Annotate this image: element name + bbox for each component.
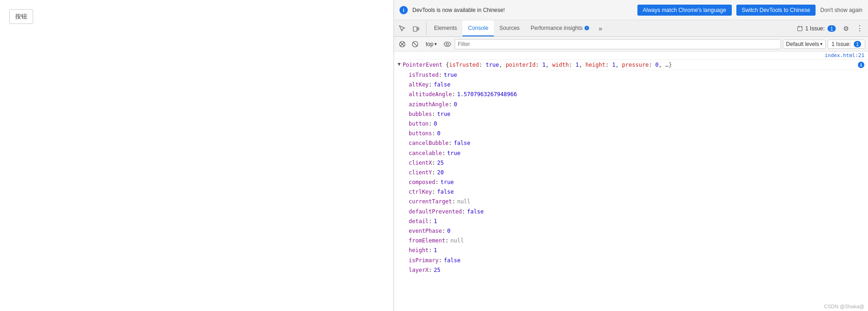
prop-colon: :	[428, 81, 432, 89]
more-options-button[interactable]: ⋮	[853, 22, 866, 35]
watermark: CSDN @Shaka@	[824, 304, 864, 309]
prop-key: height	[409, 246, 428, 255]
top-label: top	[426, 41, 434, 47]
prop-key: currentTarget	[409, 197, 452, 206]
tab-elements[interactable]: Elements	[428, 20, 463, 36]
tab-performance-insights[interactable]: Performance insights !	[525, 20, 595, 36]
list-item: button: 0	[409, 119, 868, 129]
prop-value: false	[437, 188, 454, 196]
console-issues-badge: 1	[854, 41, 861, 47]
switch-chinese-button[interactable]: Switch DevTools to Chinese	[736, 5, 816, 16]
tabs-bar: Elements Console Sources Performance ins…	[394, 20, 868, 37]
prop-key: clientX	[409, 159, 432, 167]
svg-point-7	[444, 42, 451, 46]
prop-colon: :	[439, 256, 442, 265]
info-icon: i	[399, 6, 408, 14]
prop-key: defaultPrevented	[409, 207, 462, 216]
filter-input[interactable]	[455, 39, 781, 49]
prop-colon: :	[442, 227, 445, 236]
list-item: cancelable: true	[409, 149, 868, 158]
inspect-icon-button[interactable]	[396, 22, 409, 35]
eye-icon-button[interactable]	[442, 39, 453, 50]
prop-colon: :	[428, 266, 432, 275]
prop-key: buttons	[409, 129, 432, 138]
pointer-event-summary[interactable]: PointerEvent {isTrusted: true, pointerId…	[403, 61, 856, 69]
default-levels-label: Default levels	[786, 41, 819, 47]
prop-value: true	[437, 110, 451, 119]
prop-colon: :	[432, 188, 435, 196]
class-name: PointerEvent	[403, 62, 443, 68]
pointer-event-row: ▼ PointerEvent {isTrusted: true, pointer…	[394, 60, 868, 70]
prop-value: true	[447, 149, 460, 158]
default-levels-button[interactable]: Default levels ▾	[783, 40, 826, 49]
list-item: azimuthAngle: 0	[409, 100, 868, 109]
prop-colon: :	[452, 90, 455, 99]
properties-list: isTrusted: truealtKey: falsealtitudeAngl…	[394, 70, 868, 275]
tab-sources[interactable]: Sources	[494, 20, 525, 36]
prop-key: eventPhase	[409, 227, 442, 236]
source-link[interactable]: index.html:21	[394, 52, 868, 60]
top-context-selector[interactable]: top ▾	[422, 40, 440, 49]
console-content[interactable]: index.html:21 ▼ PointerEvent {isTrusted:…	[394, 52, 868, 311]
prop-colon: :	[428, 246, 432, 255]
prop-value: false	[434, 81, 451, 89]
prop-key: azimuthAngle	[409, 100, 449, 109]
prop-key: bubbles	[409, 110, 432, 119]
always-match-button[interactable]: Always match Chrome's language	[637, 5, 732, 16]
prop-key: clientY	[409, 168, 432, 177]
page-button[interactable]: 按钮	[9, 9, 33, 24]
tab-more-button[interactable]: »	[595, 20, 606, 36]
list-item: buttons: 0	[409, 129, 868, 138]
list-item: eventPhase: 0	[409, 226, 868, 236]
prop-value: 0	[447, 227, 450, 236]
prop-value: false	[454, 139, 470, 148]
list-item: fromElement: null	[409, 236, 868, 246]
chevron-down-icon-levels: ▾	[820, 41, 822, 46]
clear-console-button[interactable]	[397, 39, 408, 50]
prop-key: button	[409, 120, 428, 128]
issues-badge: 1	[827, 25, 836, 32]
list-item: composed: true	[409, 178, 868, 187]
tab-icon-group	[396, 22, 427, 35]
prop-colon: :	[432, 129, 435, 138]
prop-colon: :	[439, 71, 442, 80]
console-issues-label: 1 Issue:	[832, 41, 851, 47]
prop-colon: :	[428, 217, 432, 226]
prop-key: detail	[409, 217, 428, 226]
prop-colon: :	[449, 139, 452, 148]
pointer-event-info-icon[interactable]: i	[858, 62, 864, 68]
expand-arrow[interactable]: ▼	[398, 61, 401, 67]
prop-value: true	[444, 71, 457, 80]
tab-console[interactable]: Console	[463, 20, 494, 36]
svg-rect-1	[417, 28, 419, 30]
prop-colon: :	[442, 149, 445, 158]
console-issues-button[interactable]: 1 Issue: 1	[827, 40, 865, 49]
prop-value: 1	[434, 246, 437, 255]
ban-icon-button[interactable]	[410, 39, 421, 50]
device-icon-button[interactable]	[410, 22, 422, 35]
list-item: isPrimary: false	[409, 256, 868, 265]
list-item: isTrusted: true	[409, 70, 868, 80]
prop-value: 20	[437, 168, 444, 177]
tabs-list: Elements Console Sources Performance ins…	[428, 20, 794, 36]
prop-value: 1	[434, 217, 437, 226]
list-item: defaultPrevented: false	[409, 207, 868, 217]
dont-show-button[interactable]: Don't show again	[820, 7, 862, 13]
prop-value: 1.5707963267948966	[457, 90, 517, 99]
prop-key: composed	[409, 178, 435, 187]
devtools-panel: i DevTools is now available in Chinese! …	[393, 0, 868, 311]
prop-key: layerX	[409, 266, 428, 275]
svg-rect-0	[413, 27, 417, 31]
gear-icon-button[interactable]: ⚙	[839, 22, 852, 35]
chevron-down-icon: ▾	[434, 41, 437, 46]
prop-value: null	[457, 197, 470, 206]
list-item: altKey: false	[409, 80, 868, 90]
prop-key: ctrlKey	[409, 188, 432, 196]
issues-button[interactable]: 1 Issue: 1	[794, 22, 839, 35]
prop-value: false	[467, 207, 484, 216]
list-item: ctrlKey: false	[409, 187, 868, 197]
prop-key: altKey	[409, 81, 428, 89]
list-item: clientY: 20	[409, 168, 868, 178]
prop-key: cancelable	[409, 149, 442, 158]
tab-right-icons: 1 Issue: 1 ⚙ ⋮	[794, 22, 866, 35]
